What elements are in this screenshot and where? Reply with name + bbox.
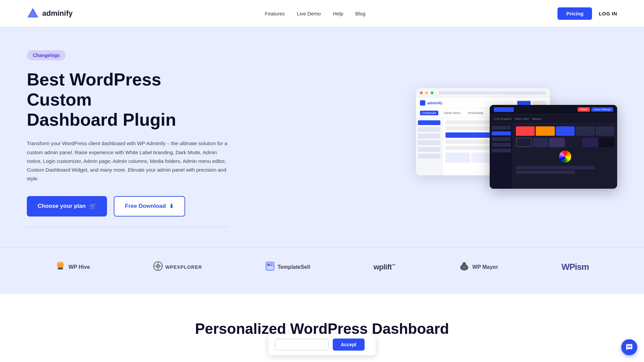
hero-dashboard-preview: adminify Customize Admin Menu Productivi… [416, 88, 617, 189]
accept-button[interactable]: Accept [333, 339, 365, 351]
svg-rect-11 [267, 263, 270, 266]
hero-title: Best WordPress Custom Dashboard Plugin [27, 70, 228, 130]
templatesell-label: TemplateSell [277, 264, 310, 270]
hero-section: Changelogs Best WordPress Custom Dashboa… [0, 27, 644, 247]
nav-blog[interactable]: Blog [355, 11, 365, 16]
choose-plan-button[interactable]: Choose your plan 🛒 [27, 196, 107, 217]
partner-wphive: WP Hive [55, 261, 90, 274]
svg-point-17 [463, 266, 466, 269]
logo-text: adminify [42, 9, 72, 18]
partners-section: WP Hive WPEXPLORER TemplateSell wplift™ [0, 247, 644, 294]
partner-wpexplorer: WPEXPLORER [153, 261, 202, 273]
chat-icon [626, 344, 633, 351]
nav-live-demo[interactable]: Live Demo [297, 11, 321, 16]
nav-features[interactable]: Features [265, 11, 285, 16]
wpism-label: WPism [561, 262, 589, 272]
hero-description: Transform your WordPress client dashboar… [27, 139, 228, 183]
hero-divider [27, 227, 228, 227]
dashboard-dark-preview: Reset Save Settings Code Snippets White … [490, 105, 617, 189]
logo[interactable]: adminify [27, 7, 72, 19]
nav-help[interactable]: Help [333, 11, 343, 16]
partner-wpism: WPism [561, 262, 589, 272]
wplift-label: wplift™ [373, 263, 395, 272]
partners-row: WP Hive WPEXPLORER TemplateSell wplift™ [27, 261, 617, 274]
navbar: adminify Features Live Demo Help Blog Pr… [0, 0, 644, 27]
nav-links: Features Live Demo Help Blog [265, 11, 366, 16]
wpmayor-label: WP Mayor [472, 264, 498, 270]
partner-templatesell: TemplateSell [265, 261, 310, 273]
chat-button[interactable] [621, 339, 637, 355]
wpmayor-icon [459, 261, 470, 274]
wphive-label: WP Hive [68, 264, 90, 270]
partner-wpmayor: WP Mayor [459, 261, 498, 274]
wpexplorer-label: WPEXPLORER [165, 264, 202, 270]
svg-rect-13 [271, 265, 273, 266]
changelogs-badge[interactable]: Changelogs [27, 50, 66, 60]
partner-wplift: wplift™ [373, 263, 395, 272]
wphive-icon [55, 261, 66, 274]
free-download-button[interactable]: Free Download ⬇ [114, 196, 185, 217]
hero-buttons: Choose your plan 🛒 Free Download ⬇ [27, 196, 228, 217]
templatesell-icon [265, 261, 275, 273]
nav-right: Pricing LOG IN [557, 7, 617, 20]
cart-icon: 🛒 [89, 203, 96, 210]
login-button[interactable]: LOG IN [599, 11, 617, 16]
wpexplorer-icon [153, 261, 163, 273]
svg-rect-9 [266, 262, 274, 270]
cookie-input[interactable] [275, 339, 329, 350]
download-icon: ⬇ [169, 203, 174, 210]
svg-rect-3 [58, 267, 63, 269]
pricing-button[interactable]: Pricing [557, 7, 592, 20]
cookie-banner: Accept [268, 334, 376, 355]
svg-rect-12 [271, 263, 273, 264]
svg-rect-16 [463, 262, 466, 264]
logo-icon [27, 7, 39, 19]
hero-left: Changelogs Best WordPress Custom Dashboa… [27, 50, 228, 227]
